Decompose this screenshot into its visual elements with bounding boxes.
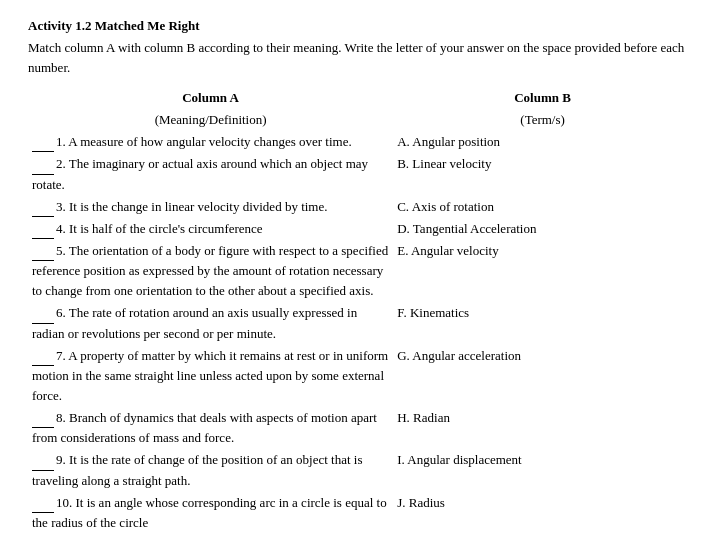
col-b-item: J. Radius [393,492,692,534]
col-b-header: Column B [393,87,692,109]
col-b-subheader: (Term/s) [393,109,692,131]
table-row: 7. A property of matter by which it rema… [28,345,692,407]
answer-blank[interactable] [32,512,54,513]
answer-blank[interactable] [32,174,54,175]
col-a-item: 4. It is half of the circle's circumfere… [28,218,393,240]
answer-blank[interactable] [32,427,54,428]
table-row: 6. The rate of rotation around an axis u… [28,302,692,344]
col-a-subheader: (Meaning/Definition) [28,109,393,131]
col-a-item: 8. Branch of dynamics that deals with as… [28,407,393,449]
col-a-item: 5. The orientation of a body or figure w… [28,240,393,302]
answer-blank[interactable] [32,216,54,217]
table-header-row: Column A Column B [28,87,692,109]
answer-blank[interactable] [32,470,54,471]
matching-table: Column A Column B (Meaning/Definition) (… [28,87,692,534]
answer-blank[interactable] [32,323,54,324]
table-row: 9. It is the rate of change of the posit… [28,449,692,491]
col-a-item: 3. It is the change in linear velocity d… [28,196,393,218]
col-b-item: I. Angular displacement [393,449,692,491]
table-row: 5. The orientation of a body or figure w… [28,240,692,302]
table-row: 3. It is the change in linear velocity d… [28,196,692,218]
answer-blank[interactable] [32,238,54,239]
answer-blank[interactable] [32,260,54,261]
activity1-intro: Match column A with column B according t… [28,38,692,77]
answer-blank[interactable] [32,151,54,152]
col-b-item: A. Angular position [393,131,692,153]
col-a-item: 1. A measure of how angular velocity cha… [28,131,393,153]
col-a-item: 6. The rate of rotation around an axis u… [28,302,393,344]
table-row: 10. It is an angle whose corresponding a… [28,492,692,534]
table-row: 1. A measure of how angular velocity cha… [28,131,692,153]
col-a-header: Column A [28,87,393,109]
col-b-item: H. Radian [393,407,692,449]
col-b-item: B. Linear velocity [393,153,692,195]
table-subheader-row: (Meaning/Definition) (Term/s) [28,109,692,131]
col-b-item: D. Tangential Acceleration [393,218,692,240]
table-row: 4. It is half of the circle's circumfere… [28,218,692,240]
col-a-item: 7. A property of matter by which it rema… [28,345,393,407]
col-a-item: 2. The imaginary or actual axis around w… [28,153,393,195]
col-b-item: C. Axis of rotation [393,196,692,218]
col-b-item: F. Kinematics [393,302,692,344]
activity1-section: Activity 1.2 Matched Me Right Match colu… [28,18,692,534]
answer-blank[interactable] [32,365,54,366]
table-row: 2. The imaginary or actual axis around w… [28,153,692,195]
col-a-item: 9. It is the rate of change of the posit… [28,449,393,491]
col-b-item: G. Angular acceleration [393,345,692,407]
col-b-item: E. Angular velocity [393,240,692,302]
col-a-item: 10. It is an angle whose corresponding a… [28,492,393,534]
table-row: 8. Branch of dynamics that deals with as… [28,407,692,449]
activity1-title: Activity 1.2 Matched Me Right [28,18,692,34]
